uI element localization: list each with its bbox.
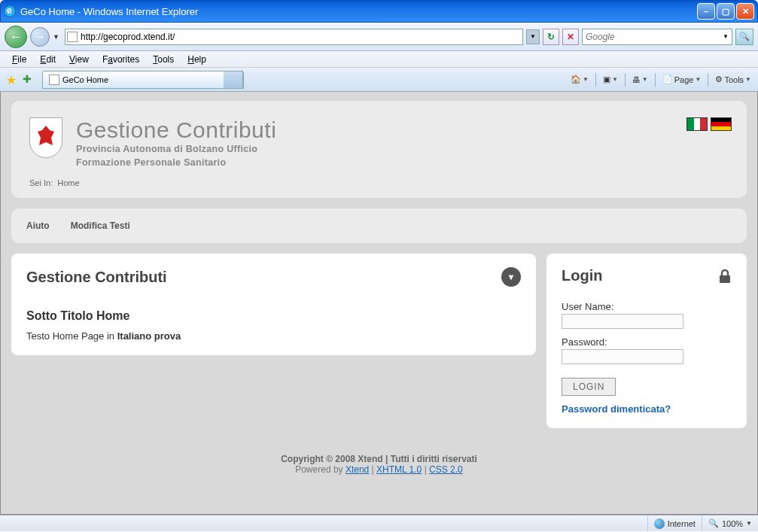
content-subtitle: Sotto Titolo Home bbox=[26, 309, 521, 323]
breadcrumb: Sei In: Home bbox=[29, 178, 729, 187]
menu-tools[interactable]: Tools bbox=[147, 53, 180, 66]
password-input[interactable] bbox=[562, 349, 683, 364]
page-menu-button[interactable]: 📄Page▼ bbox=[659, 71, 705, 88]
lock-icon bbox=[718, 269, 732, 284]
favorites-center-button[interactable]: ★ bbox=[6, 73, 20, 87]
forgot-password-link[interactable]: Password dimenticata? bbox=[562, 403, 732, 415]
login-title: Login bbox=[562, 267, 602, 284]
address-input[interactable] bbox=[81, 32, 521, 42]
content-text: Testo Home Page in Italiano prova bbox=[26, 330, 521, 342]
new-tab-button[interactable] bbox=[224, 71, 243, 89]
app-subtitle-2: Formazione Personale Sanitario bbox=[76, 157, 276, 170]
footer-powered: Powered by bbox=[295, 464, 346, 475]
panel-title: Gestione Contributi bbox=[26, 269, 167, 286]
login-button[interactable]: LOGIN bbox=[562, 378, 616, 396]
crest-logo bbox=[29, 117, 62, 158]
content-viewport[interactable]: Gestione Contributi Provincia Autonoma d… bbox=[0, 92, 758, 515]
search-provider-dropdown[interactable]: ▼ bbox=[720, 33, 732, 40]
content-text-bold: Italiano prova bbox=[117, 330, 181, 342]
back-button[interactable]: ← bbox=[5, 26, 27, 48]
nav-bar: Aiuto Modifica Testi bbox=[11, 208, 747, 243]
menu-favorites[interactable]: Favorites bbox=[96, 53, 145, 66]
printer-icon: 🖶 bbox=[632, 75, 641, 84]
page-header: Gestione Contributi Provincia Autonoma d… bbox=[11, 101, 747, 198]
rss-icon: ▣ bbox=[603, 74, 610, 84]
nav-modifica-testi[interactable]: Modifica Testi bbox=[71, 220, 130, 231]
print-button[interactable]: 🖶▼ bbox=[629, 71, 652, 88]
minimize-button[interactable]: – bbox=[697, 3, 715, 20]
main-panel: Gestione Contributi ▼ Sotto Titolo Home … bbox=[11, 254, 536, 355]
app-title: Gestione Contributi bbox=[76, 117, 276, 143]
zoom-icon: 🔍 bbox=[708, 518, 719, 528]
window-titlebar: GeCo Home - Windows Internet Explorer – … bbox=[0, 0, 758, 23]
address-dropdown[interactable]: ▼ bbox=[526, 29, 540, 44]
home-icon: 🏠 bbox=[571, 74, 581, 84]
address-bar[interactable] bbox=[65, 29, 523, 45]
page-footer: Copyright © 2008 Xtend | Tutti i diritti… bbox=[11, 454, 747, 481]
search-input[interactable] bbox=[583, 32, 720, 42]
page-icon-small: 📄 bbox=[662, 74, 673, 84]
maximize-button[interactable]: ▢ bbox=[717, 3, 735, 20]
status-zone[interactable]: Internet bbox=[647, 515, 702, 531]
breadcrumb-label: Sei In: bbox=[29, 178, 53, 187]
login-panel: Login User Name: Password: LOGIN Passwor… bbox=[546, 254, 747, 428]
page-icon bbox=[49, 74, 59, 85]
search-box[interactable]: ▼ bbox=[582, 29, 732, 45]
collapse-button[interactable]: ▼ bbox=[501, 267, 521, 287]
stop-button[interactable]: ✕ bbox=[562, 29, 579, 45]
svg-rect-0 bbox=[720, 275, 730, 283]
navigation-bar: ← → ▼ ▼ ↻ ✕ ▼ 🔍 bbox=[0, 23, 758, 51]
tab-label: GeCo Home bbox=[62, 75, 108, 84]
go-refresh-button[interactable]: ↻ bbox=[543, 29, 559, 45]
app-subtitle-1: Provincia Autonoma di Bolzano Ufficio bbox=[76, 143, 276, 157]
flag-italian[interactable] bbox=[686, 117, 708, 131]
footer-link-xtend[interactable]: Xtend bbox=[346, 464, 369, 475]
page-menu-label: Page bbox=[674, 75, 694, 84]
footer-link-xhtml[interactable]: XHTML 1.0 bbox=[376, 464, 422, 475]
menu-edit[interactable]: Edit bbox=[34, 53, 62, 66]
password-label: Password: bbox=[562, 336, 732, 348]
status-zoom-label: 100% bbox=[722, 519, 743, 528]
menu-help[interactable]: Help bbox=[181, 53, 212, 66]
nav-aiuto[interactable]: Aiuto bbox=[26, 220, 50, 231]
tab-active[interactable]: GeCo Home bbox=[43, 74, 224, 85]
page-icon bbox=[67, 32, 78, 42]
status-bar: Internet 🔍 100% ▼ bbox=[0, 515, 758, 531]
gear-icon: ⚙ bbox=[715, 74, 723, 84]
status-zoom[interactable]: 🔍 100% ▼ bbox=[702, 515, 758, 531]
menu-file[interactable]: File bbox=[6, 53, 32, 66]
content-text-prefix: Testo Home Page in bbox=[26, 330, 117, 342]
username-input[interactable] bbox=[562, 314, 683, 329]
recent-pages-dropdown[interactable]: ▼ bbox=[53, 33, 62, 41]
forward-button[interactable]: → bbox=[30, 27, 50, 47]
menu-bar: File Edit View Favorites Tools Help bbox=[0, 51, 758, 68]
globe-icon bbox=[654, 518, 665, 529]
menu-view[interactable]: View bbox=[63, 53, 95, 66]
footer-copyright: Copyright © 2008 Xtend | Tutti i diritti… bbox=[281, 454, 477, 464]
search-button[interactable]: 🔍 bbox=[735, 29, 753, 45]
breadcrumb-item[interactable]: Home bbox=[57, 178, 79, 187]
chevron-down-icon: ▼ bbox=[507, 272, 516, 281]
ie-icon bbox=[4, 5, 16, 17]
close-button[interactable]: ✕ bbox=[736, 3, 754, 20]
window-title: GeCo Home - Windows Internet Explorer bbox=[20, 6, 697, 17]
footer-link-css[interactable]: CSS 2.0 bbox=[429, 464, 463, 475]
add-favorites-button[interactable]: ✚ bbox=[23, 73, 36, 87]
tab-bar: ★ ✚ GeCo Home 🏠▼ ▣▼ 🖶▼ 📄Page▼ ⚙Tools▼ bbox=[0, 68, 758, 92]
home-button[interactable]: 🏠▼ bbox=[567, 71, 592, 88]
status-zone-label: Internet bbox=[668, 519, 696, 528]
tools-menu-button[interactable]: ⚙Tools▼ bbox=[711, 71, 755, 88]
username-label: User Name: bbox=[562, 301, 732, 312]
flag-german[interactable] bbox=[711, 117, 732, 131]
tools-menu-label: Tools bbox=[724, 75, 744, 84]
feeds-button[interactable]: ▣▼ bbox=[599, 71, 622, 88]
